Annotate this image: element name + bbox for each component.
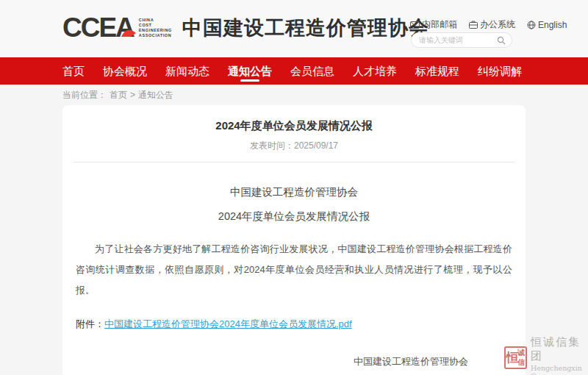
site-title: 中国建设工程造价管理协会 <box>182 15 429 41</box>
breadcrumb-prefix: 当前位置： <box>62 90 107 100</box>
attachment-pdf-link[interactable]: 中国建设工程造价管理协会2024年度单位会员发展情况.pdf <box>104 318 352 329</box>
quick-links: 内部邮箱 办公系统 English <box>410 18 567 31</box>
main-nav: 首页 协会概况 新闻动态 通知公告 会员信息 人才培养 标准规程 纠纷调解 <box>0 57 588 85</box>
hengchengxin-watermark: 恒 诚 信 恒诚信集团 Hengchengxin Group <box>504 335 588 375</box>
watermark-name-cn: 恒诚信集团 <box>531 335 588 363</box>
publish-date-value: 2025/09/17 <box>294 140 338 151</box>
search-box[interactable] <box>411 32 512 48</box>
internal-mail-link[interactable]: 内部邮箱 <box>410 18 457 31</box>
attachment-row: 附件：中国建设工程造价管理协会2024年度单位会员发展情况.pdf <box>76 318 512 331</box>
search-icon[interactable] <box>497 36 506 45</box>
nav-item-notices[interactable]: 通知公告 <box>228 57 272 85</box>
globe-icon <box>527 21 536 29</box>
publish-date-label: 发表时间： <box>250 140 294 151</box>
quick-link-label: 办公系统 <box>480 18 515 31</box>
nav-item-members[interactable]: 会员信息 <box>290 57 334 85</box>
hengchengxin-seal-icon: 恒 诚 信 <box>504 346 527 369</box>
logo-acronym: CCEA <box>62 13 134 43</box>
english-link[interactable]: English <box>527 20 567 30</box>
seal-char-top: 诚 <box>517 348 526 357</box>
nav-item-news[interactable]: 新闻动态 <box>165 57 209 85</box>
body-heading-title: 2024年度单位会员发展情况公报 <box>62 210 526 224</box>
logo-swoosh-icon <box>121 27 137 38</box>
article-card: 2024年度单位会员发展情况公报 发表时间：2025/09/17 中国建设工程造… <box>62 105 526 375</box>
site-logo[interactable]: CCEA CHINA COST ENGINEERING ASSOCIATION … <box>62 13 429 43</box>
signature-org: 中国建设工程造价管理协会 <box>354 355 468 368</box>
mail-icon <box>410 21 420 29</box>
watermark-name-en: Hengchengxin Group <box>531 364 588 375</box>
nav-item-mediation[interactable]: 纠纷调解 <box>478 57 522 85</box>
breadcrumb-separator: > <box>130 90 135 100</box>
article-signature: 中国建设工程造价管理协会 2025年9月17日 <box>354 355 468 375</box>
quick-link-label: English <box>538 20 567 30</box>
nav-item-training[interactable]: 人才培养 <box>353 57 397 85</box>
article-publish-date: 发表时间：2025/09/17 <box>62 140 526 152</box>
nav-item-standards[interactable]: 标准规程 <box>415 57 459 85</box>
office-system-link[interactable]: 办公系统 <box>469 18 515 31</box>
body-heading-org: 中国建设工程造价管理协会 <box>62 185 526 199</box>
article-paragraph: 为了让社会各方更好地了解工程造价咨询行业发展状况，中国建设工程造价管理协会根据工… <box>76 239 512 301</box>
breadcrumb-home-link[interactable]: 首页 <box>110 90 127 100</box>
title-divider <box>74 162 514 162</box>
quick-link-label: 内部邮箱 <box>422 18 457 31</box>
attachment-label: 附件： <box>76 318 104 329</box>
site-header: CCEA CHINA COST ENGINEERING ASSOCIATION … <box>0 0 588 57</box>
breadcrumb: 当前位置：首页>通知公告 <box>62 85 176 105</box>
nav-item-home[interactable]: 首页 <box>62 57 85 85</box>
nav-item-about[interactable]: 协会概况 <box>103 57 147 85</box>
search-input[interactable] <box>419 36 497 44</box>
breadcrumb-current: 通知公告 <box>138 90 173 100</box>
seal-char-main: 恒 <box>506 348 517 367</box>
logo-subtext: CHINA COST ENGINEERING ASSOCIATION <box>139 18 172 38</box>
article-title: 2024年度单位会员发展情况公报 <box>62 119 526 133</box>
office-icon <box>469 21 478 29</box>
seal-char-bottom: 信 <box>517 357 526 367</box>
